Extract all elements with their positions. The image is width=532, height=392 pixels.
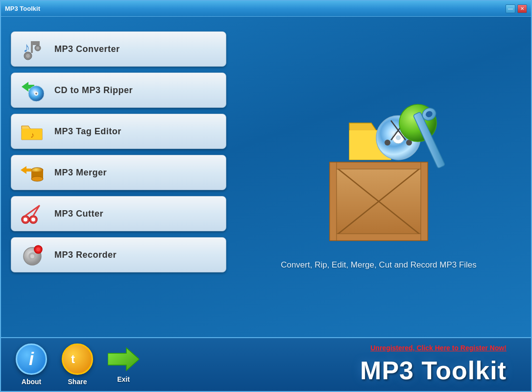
svg-line-21 xyxy=(25,206,39,216)
tagline-text: Convert, Rip, Edit, Merge, Cut and Recor… xyxy=(281,260,477,270)
branding-section: Unregistered, Click Here to Register Now… xyxy=(159,344,516,385)
exit-label: Exit xyxy=(117,375,130,383)
cd-ripper-button[interactable]: CD to MP3 Ripper xyxy=(11,73,226,108)
main-window: MP3 Toolkit — ✕ ♪ xyxy=(0,0,532,392)
svg-point-15 xyxy=(31,176,43,181)
scissors-icon xyxy=(19,201,45,226)
svg-marker-12 xyxy=(21,166,31,174)
minimize-button[interactable]: — xyxy=(506,4,515,13)
mp3-converter-label: MP3 Converter xyxy=(54,44,120,54)
svg-text:t: t xyxy=(71,352,75,366)
cd-ripper-label: CD to MP3 Ripper xyxy=(54,85,133,96)
mp3-cutter-label: MP3 Cutter xyxy=(54,209,103,219)
microphone-icon xyxy=(19,242,45,268)
svg-rect-32 xyxy=(330,234,428,241)
tag-editor-label: MP3 Tag Editor xyxy=(54,126,121,137)
svg-rect-31 xyxy=(330,162,428,169)
share-icon: t xyxy=(62,343,93,375)
bottom-bar: i About t Share xyxy=(1,337,531,391)
about-icon: i xyxy=(16,343,47,375)
svg-point-20 xyxy=(31,218,35,221)
music-note-icon: ♪ xyxy=(19,36,45,62)
merger-icon xyxy=(19,160,45,185)
exit-button[interactable]: Exit xyxy=(108,346,139,383)
about-label: About xyxy=(22,378,41,386)
svg-rect-16 xyxy=(31,170,43,172)
mp3-cutter-button[interactable]: MP3 Cutter xyxy=(11,196,226,231)
close-button[interactable]: ✕ xyxy=(517,4,527,13)
toolkit-illustration xyxy=(300,84,457,255)
share-button[interactable]: t Share xyxy=(62,343,93,386)
mp3-merger-label: MP3 Merger xyxy=(54,168,107,178)
mp3-recorder-label: MP3 Recorder xyxy=(54,250,117,260)
svg-rect-3 xyxy=(31,41,40,45)
mp3-converter-button[interactable]: ♪ MP3 Converter xyxy=(11,31,226,67)
main-content: ♪ MP3 Converter xyxy=(1,17,531,337)
register-link[interactable]: Unregistered, Click Here to Register Now… xyxy=(370,344,507,352)
exit-icon xyxy=(108,346,139,372)
svg-point-5 xyxy=(36,47,39,49)
cd-icon xyxy=(19,77,45,103)
svg-rect-33 xyxy=(330,162,337,241)
window-title: MP3 Toolkit xyxy=(5,5,506,12)
svg-marker-47 xyxy=(108,348,139,370)
title-bar: MP3 Toolkit — ✕ xyxy=(1,1,531,17)
share-label: Share xyxy=(68,378,87,386)
brand-title: MP3 Toolkit xyxy=(360,356,507,385)
svg-point-25 xyxy=(30,254,34,258)
svg-rect-34 xyxy=(421,162,428,241)
folder-music-icon: ♪ xyxy=(19,119,45,144)
tools-panel: ♪ MP3 Converter xyxy=(11,26,226,327)
svg-point-37 xyxy=(396,135,401,140)
svg-text:♪: ♪ xyxy=(30,131,34,139)
tag-editor-button[interactable]: ♪ MP3 Tag Editor xyxy=(11,114,226,149)
svg-point-27 xyxy=(36,247,40,251)
svg-point-18 xyxy=(24,218,27,221)
about-button[interactable]: i About xyxy=(16,343,47,386)
mp3-recorder-button[interactable]: MP3 Recorder xyxy=(11,237,226,272)
bottom-actions: i About t Share xyxy=(16,343,139,386)
right-panel: Convert, Rip, Edit, Merge, Cut and Recor… xyxy=(236,26,521,327)
svg-point-10 xyxy=(35,93,37,95)
svg-point-40 xyxy=(385,140,390,146)
svg-text:♪: ♪ xyxy=(23,40,30,55)
mp3-merger-button[interactable]: MP3 Merger xyxy=(11,155,226,190)
window-controls: — ✕ xyxy=(506,4,527,13)
